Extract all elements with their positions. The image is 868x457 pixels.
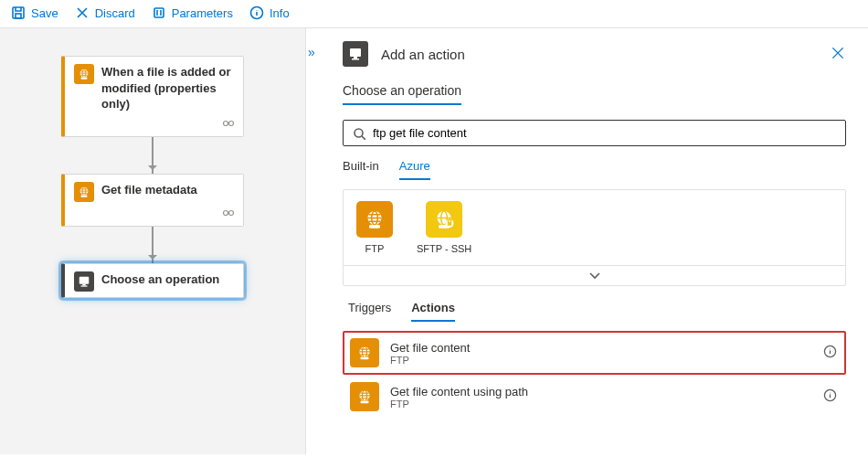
tab-actions[interactable]: Actions <box>411 301 455 322</box>
close-panel-button[interactable] <box>830 45 846 64</box>
connector-label: FTP <box>365 243 385 254</box>
operation-list: Get file content FTP Get file content us… <box>343 331 846 419</box>
trigger-card[interactable]: When a file is added or modified (proper… <box>61 56 244 137</box>
operation-title: Get file content <box>390 341 470 355</box>
connector-ftp[interactable]: FTP <box>356 201 393 254</box>
sftp-connector-icon <box>426 201 462 238</box>
info-icon <box>249 5 264 20</box>
action-card[interactable]: Get file metadata <box>61 174 244 227</box>
tab-triggers[interactable]: Triggers <box>348 301 391 322</box>
operation-get-file-content[interactable]: Get file content FTP <box>343 331 846 375</box>
connection-icon <box>221 206 234 218</box>
action-title: Get file metadata <box>101 182 197 198</box>
command-bar: Save Discard Parameters Info <box>0 0 868 28</box>
parameters-icon <box>152 5 166 20</box>
discard-button[interactable]: Discard <box>75 5 135 20</box>
panel-title-icon <box>343 41 368 67</box>
connector-label: SFTP - SSH <box>417 243 471 254</box>
expand-connectors-button[interactable] <box>344 265 845 285</box>
scope-tabs: Built-in Azure <box>343 159 846 180</box>
mode-tabs: Triggers Actions <box>343 301 846 322</box>
operation-info-button[interactable] <box>823 388 837 405</box>
collapse-panel-button[interactable]: » <box>308 45 315 59</box>
parameters-label: Parameters <box>172 6 233 20</box>
discard-label: Discard <box>95 6 135 20</box>
tab-builtin[interactable]: Built-in <box>343 159 379 180</box>
connector-sftp-ssh[interactable]: SFTP - SSH <box>417 201 471 254</box>
search-input[interactable] <box>373 126 836 140</box>
parameters-button[interactable]: Parameters <box>152 5 233 20</box>
save-button[interactable]: Save <box>11 5 58 20</box>
tab-azure[interactable]: Azure <box>399 159 430 180</box>
ftp-connector-icon <box>350 382 379 411</box>
ftp-connector-icon <box>74 182 94 202</box>
flow-connector <box>152 227 153 263</box>
ftp-connector-icon <box>74 64 94 84</box>
operation-info-button[interactable] <box>823 345 837 361</box>
discard-icon <box>75 5 90 20</box>
save-icon <box>11 5 26 20</box>
ftp-connector-icon <box>350 338 379 367</box>
operation-subtitle: FTP <box>390 355 470 366</box>
search-icon <box>353 127 365 140</box>
choose-operation-card[interactable]: Choose an operation <box>61 263 244 298</box>
search-operations-box[interactable] <box>343 120 846 146</box>
trigger-title: When a file is added or modified (proper… <box>101 64 234 112</box>
ftp-connector-icon <box>356 201 393 238</box>
operation-get-file-content-using-path[interactable]: Get file content using path FTP <box>343 375 846 419</box>
info-button[interactable]: Info <box>249 5 290 20</box>
flow-connector <box>152 137 153 174</box>
connector-results: FTP SFTP - SSH <box>343 189 846 286</box>
connection-icon <box>221 116 234 129</box>
choose-operation-heading: Choose an operation <box>343 83 461 105</box>
operation-panel: » Add an action Choose an operation Buil… <box>306 28 868 454</box>
designer-canvas[interactable]: When a file is added or modified (proper… <box>0 28 306 454</box>
operation-title: Get file content using path <box>390 385 528 399</box>
info-label: Info <box>270 6 290 20</box>
save-label: Save <box>31 6 58 20</box>
choose-operation-title: Choose an operation <box>101 271 219 288</box>
panel-title: Add an action <box>381 47 465 62</box>
operation-placeholder-icon <box>74 271 94 292</box>
operation-subtitle: FTP <box>390 399 528 409</box>
